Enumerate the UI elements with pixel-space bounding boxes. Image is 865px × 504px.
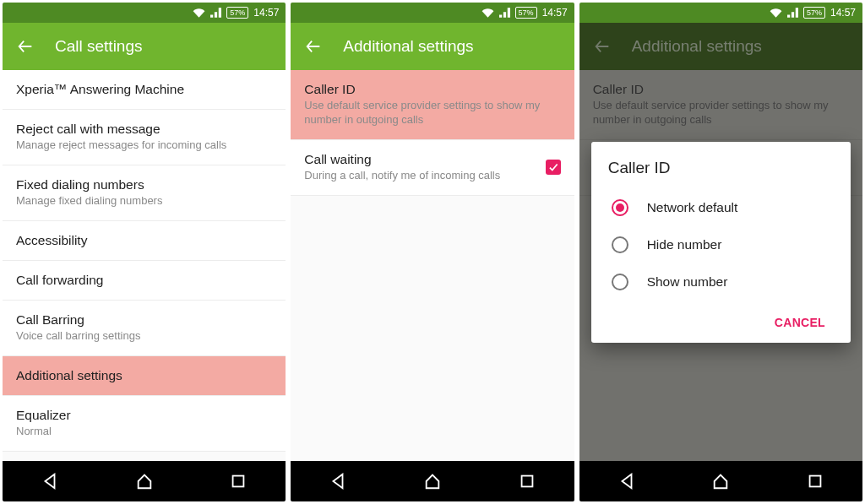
check-icon (547, 161, 559, 173)
option-label: Show number (647, 274, 728, 290)
battery-indicator: 57% (515, 7, 537, 19)
option-label: Network default (647, 200, 738, 215)
row-title: Accessibility (16, 233, 272, 248)
nav-recent-icon[interactable] (518, 472, 536, 490)
status-bar: 57% 14:57 (579, 3, 862, 23)
row-call-forwarding[interactable]: Call forwarding (3, 261, 286, 301)
call-waiting-checkbox[interactable] (546, 160, 561, 175)
wifi-icon (770, 8, 782, 18)
cancel-button[interactable]: CANCEL (766, 309, 834, 336)
nav-back-icon[interactable] (329, 472, 347, 490)
row-caller-id[interactable]: Caller ID Use default service provider s… (291, 70, 574, 140)
settings-list: Xperia™ Answering Machine Reject call wi… (3, 70, 286, 461)
signal-icon (499, 8, 510, 18)
nav-home-icon[interactable] (135, 472, 154, 490)
row-additional-settings[interactable]: Additional settings (3, 356, 286, 396)
row-call-barring[interactable]: Call Barring Voice call barring settings (3, 301, 286, 356)
dialog-scrim[interactable]: Caller ID Network default Hide number Sh… (579, 23, 862, 461)
battery-indicator: 57% (226, 7, 248, 19)
row-fixed-dialing[interactable]: Fixed dialing numbers Manage fixed diali… (3, 165, 286, 221)
wifi-icon (481, 8, 494, 18)
nav-bar (579, 461, 862, 501)
svg-rect-0 (233, 476, 244, 487)
signal-icon (210, 8, 221, 18)
dialog-actions: CANCEL (608, 301, 834, 336)
option-network-default[interactable]: Network default (608, 189, 834, 226)
nav-home-icon[interactable] (423, 472, 442, 490)
row-answering-machine[interactable]: Xperia™ Answering Machine (3, 70, 286, 110)
nav-bar (3, 461, 286, 501)
row-title: Call forwarding (16, 273, 272, 288)
row-title: Additional settings (16, 368, 272, 383)
caller-id-dialog: Caller ID Network default Hide number Sh… (591, 142, 851, 343)
row-equalizer[interactable]: Equalizer Normal (3, 396, 286, 452)
app-bar: Additional settings (291, 23, 574, 70)
clock: 14:57 (542, 7, 568, 19)
row-title: Call waiting (304, 152, 560, 167)
app-bar: Call settings (3, 23, 286, 70)
nav-bar (291, 461, 574, 501)
signal-icon (787, 8, 798, 18)
wifi-icon (193, 8, 205, 18)
page-title: Additional settings (343, 37, 473, 56)
option-hide-number[interactable]: Hide number (608, 226, 834, 263)
phone-screen-call-settings: 57% 14:57 Call settings Xperia™ Answerin… (3, 3, 286, 501)
nav-back-icon[interactable] (41, 472, 59, 490)
clock: 14:57 (830, 7, 856, 19)
battery-indicator: 57% (803, 7, 825, 19)
row-subtitle: Manage fixed dialing numbers (16, 194, 272, 209)
row-title: Call Barring (16, 312, 272, 328)
row-title: Equalizer (16, 408, 272, 423)
row-title: Caller ID (304, 82, 560, 97)
option-label: Hide number (647, 237, 722, 252)
nav-home-icon[interactable] (711, 472, 730, 490)
phone-screen-caller-id-dialog: 57% 14:57 Additional settings Caller ID … (579, 3, 862, 501)
settings-list: Caller ID Use default service provider s… (291, 70, 574, 461)
row-title: Xperia™ Answering Machine (16, 82, 272, 97)
radio-icon (612, 236, 628, 253)
back-icon[interactable] (16, 37, 35, 56)
svg-rect-2 (810, 476, 821, 487)
row-subtitle: Normal (16, 425, 272, 439)
row-title: Reject call with message (16, 122, 272, 137)
radio-icon (612, 199, 628, 216)
nav-recent-icon[interactable] (229, 472, 248, 490)
status-bar: 57% 14:57 (3, 3, 286, 23)
row-subtitle: During a call, notify me of incoming cal… (304, 169, 560, 183)
status-bar: 57% 14:57 (291, 3, 574, 23)
row-subtitle: Voice call barring settings (16, 329, 272, 344)
back-icon[interactable] (304, 37, 323, 56)
phone-screen-additional-settings: 57% 14:57 Additional settings Caller ID … (291, 3, 574, 501)
row-call-waiting[interactable]: Call waiting During a call, notify me of… (291, 140, 574, 196)
radio-icon (612, 274, 628, 290)
row-title: Fixed dialing numbers (16, 177, 272, 192)
row-accessibility[interactable]: Accessibility (3, 221, 286, 261)
nav-recent-icon[interactable] (806, 472, 824, 490)
option-show-number[interactable]: Show number (608, 263, 834, 301)
nav-back-icon[interactable] (617, 472, 636, 490)
row-subtitle: Manage reject messages for incoming call… (16, 138, 272, 153)
row-subtitle: Use default service provider settings to… (304, 99, 560, 127)
svg-rect-1 (521, 476, 532, 487)
dialog-title: Caller ID (608, 159, 834, 177)
clock: 14:57 (253, 7, 279, 19)
row-reject-call[interactable]: Reject call with message Manage reject m… (3, 110, 286, 165)
page-title: Call settings (55, 37, 143, 56)
